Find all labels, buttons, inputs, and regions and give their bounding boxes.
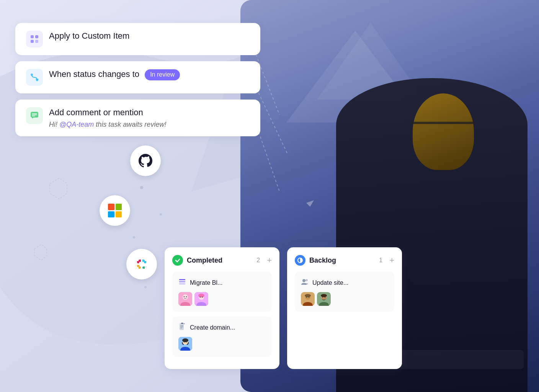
svg-rect-40 <box>180 325 183 326</box>
svg-point-61 <box>325 297 326 298</box>
microsoft-logo <box>108 204 122 217</box>
backlog-count: 1 <box>379 257 382 264</box>
svg-point-51 <box>305 279 308 281</box>
mention-text: @QA-team <box>59 121 94 128</box>
completed-title: Completed <box>187 256 253 265</box>
svg-rect-42 <box>180 328 182 328</box>
ms-green-square <box>116 204 122 210</box>
apply-custom-item-title: Apply to Custom Item <box>49 31 250 42</box>
create-domain-avatars <box>178 337 266 351</box>
main-container: Apply to Custom Item When status changes… <box>0 0 539 392</box>
svg-rect-17 <box>35 40 38 43</box>
svg-point-37 <box>202 297 203 298</box>
completed-column: Completed 2 + Migrate Bl... <box>165 247 279 369</box>
add-comment-body: Hi! @QA-team this task awaits review! <box>49 121 250 129</box>
svg-rect-14 <box>31 35 34 38</box>
ms-yellow-square <box>116 211 122 218</box>
svg-rect-43 <box>181 323 183 324</box>
add-comment-text: Add comment or mention Hi! @QA-team this… <box>49 107 250 129</box>
title-text: When status changes to <box>49 69 139 79</box>
svg-point-35 <box>198 294 204 297</box>
svg-rect-28 <box>179 283 185 284</box>
svg-point-59 <box>321 294 327 297</box>
automation-cards-container: Apply to Custom Item When status changes… <box>15 23 268 142</box>
ms-red-square <box>108 204 114 210</box>
avatar-male-2 <box>301 292 315 306</box>
flow-icon <box>26 69 43 86</box>
svg-point-54 <box>305 294 311 297</box>
svg-point-30 <box>183 294 188 300</box>
when-status-changes-title: When status changes to In review <box>49 69 250 80</box>
microsoft-integration-icon <box>100 195 130 226</box>
avatar-male-3 <box>317 292 331 306</box>
in-review-badge: In review <box>145 69 180 80</box>
svg-point-55 <box>306 297 307 298</box>
svg-point-50 <box>302 279 305 282</box>
svg-point-47 <box>184 341 185 343</box>
svg-point-56 <box>309 297 310 298</box>
avatar-female-1 <box>178 292 192 306</box>
migrate-bl-avatars <box>178 292 266 306</box>
grid-icon <box>26 31 43 47</box>
migrate-bl-card: Migrate Bl... <box>172 272 272 312</box>
completed-count: 2 <box>256 257 260 264</box>
svg-point-36 <box>200 297 201 298</box>
update-site-title: Update site... <box>301 278 388 287</box>
update-site-card: Update site... <box>295 272 394 312</box>
apply-custom-item-card: Apply to Custom Item <box>15 23 260 55</box>
kanban-board: Completed 2 + Migrate Bl... <box>165 247 402 369</box>
avatar-male-1 <box>178 337 192 351</box>
update-site-avatars <box>301 292 388 306</box>
backlog-add-button[interactable]: + <box>389 255 394 265</box>
completed-status-dot <box>172 255 183 266</box>
add-comment-card: Add comment or mention Hi! @QA-team this… <box>15 100 260 136</box>
create-domain-card: Create domain... <box>172 317 272 357</box>
svg-point-31 <box>184 296 185 297</box>
backlog-column: Backlog 1 + Update site... <box>287 247 402 369</box>
svg-rect-15 <box>35 35 38 38</box>
create-domain-title: Create domain... <box>178 323 266 332</box>
document-icon <box>178 323 186 332</box>
users-icon <box>301 278 309 287</box>
svg-rect-27 <box>179 281 185 283</box>
ms-blue-square <box>108 211 114 218</box>
comment-icon <box>26 107 43 124</box>
when-status-changes-card: When status changes to In review <box>15 61 260 93</box>
backlog-title: Backlog <box>309 256 375 265</box>
when-status-changes-text: When status changes to In review <box>49 69 250 80</box>
svg-rect-16 <box>31 40 34 43</box>
migrate-bl-title: Migrate Bl... <box>178 278 266 287</box>
svg-rect-26 <box>179 279 185 280</box>
completed-header: Completed 2 + <box>172 255 272 266</box>
backlog-status-dot <box>295 255 305 266</box>
svg-rect-41 <box>180 327 183 327</box>
stack-icon <box>178 278 186 287</box>
github-integration-icon <box>130 145 161 176</box>
comment-suffix: this task awaits review! <box>96 121 166 128</box>
svg-point-46 <box>182 338 188 342</box>
svg-rect-39 <box>184 323 185 324</box>
comment-greeting: Hi! <box>49 121 57 128</box>
svg-point-60 <box>322 297 323 298</box>
slack-integration-icon <box>126 249 157 279</box>
avatar-female-2 <box>194 292 208 306</box>
completed-add-button[interactable]: + <box>267 255 272 265</box>
svg-point-48 <box>186 341 187 343</box>
backlog-header: Backlog 1 + <box>295 255 394 266</box>
add-comment-title: Add comment or mention <box>49 107 250 118</box>
svg-point-32 <box>186 296 187 297</box>
apply-custom-item-text: Apply to Custom Item <box>49 31 250 42</box>
